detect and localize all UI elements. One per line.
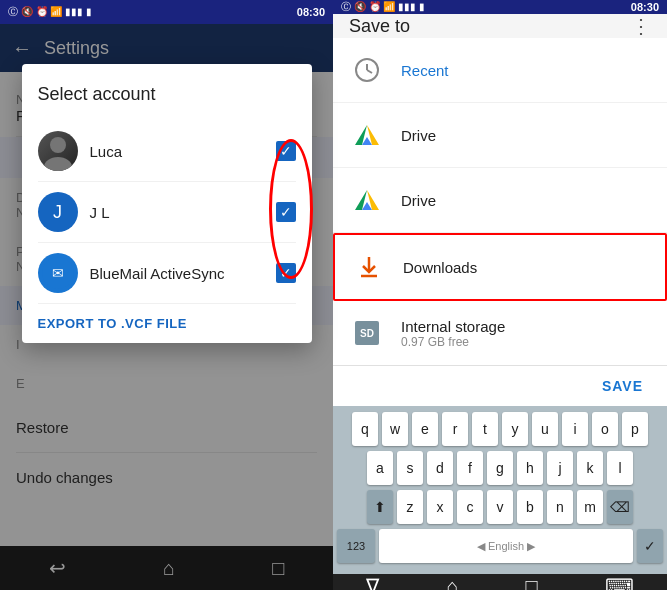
status-bar-right: Ⓒ 🔇 ⏰ 📶 ▮▮▮ ▮ 08:30 bbox=[333, 0, 667, 14]
select-account-dialog: Select account Luca ✓ bbox=[22, 64, 312, 343]
time-right: 08:30 bbox=[631, 1, 659, 13]
key-o[interactable]: o bbox=[592, 412, 618, 446]
key-z[interactable]: z bbox=[397, 490, 423, 524]
file-item-drive2[interactable]: Drive bbox=[333, 168, 667, 233]
file-item-recent-text: Recent bbox=[401, 62, 651, 79]
right-panel: Ⓒ 🔇 ⏰ 📶 ▮▮▮ ▮ 08:30 Save to ⋮ Recent bbox=[333, 0, 667, 590]
key-k[interactable]: k bbox=[577, 451, 603, 485]
checkbox-luca[interactable]: ✓ bbox=[276, 141, 296, 161]
key-v[interactable]: v bbox=[487, 490, 513, 524]
shift-key[interactable]: ⬆ bbox=[367, 490, 393, 524]
export-button[interactable]: EXPORT TO .VCF FILE bbox=[38, 316, 187, 331]
check-icon-luca: ✓ bbox=[280, 143, 292, 159]
check-icon-jl: ✓ bbox=[280, 204, 292, 220]
file-item-drive1[interactable]: Drive bbox=[333, 103, 667, 168]
avatar-letter-jl: J bbox=[53, 202, 62, 223]
status-icons-left: Ⓒ 🔇 ⏰ 📶 ▮▮▮ ▮ bbox=[8, 5, 92, 19]
recent-label: Recent bbox=[401, 62, 651, 79]
avatar-img-luca bbox=[38, 131, 78, 171]
checkbox-jl[interactable]: ✓ bbox=[276, 202, 296, 222]
internal-sub: 0.97 GB free bbox=[401, 335, 651, 349]
key-w[interactable]: w bbox=[382, 412, 408, 446]
key-c[interactable]: c bbox=[457, 490, 483, 524]
account-row-bluemail[interactable]: ✉ BlueMail ActiveSync ✓ bbox=[38, 243, 296, 304]
status-bar-left: Ⓒ 🔇 ⏰ 📶 ▮▮▮ ▮ 08:30 bbox=[0, 0, 333, 24]
key-q[interactable]: q bbox=[352, 412, 378, 446]
status-icons-right: Ⓒ 🔇 ⏰ 📶 ▮▮▮ ▮ bbox=[341, 0, 425, 14]
key-l[interactable]: l bbox=[607, 451, 633, 485]
account-name-luca: Luca bbox=[90, 143, 276, 160]
svg-point-1 bbox=[44, 157, 72, 171]
num-key[interactable]: 123 bbox=[337, 529, 375, 563]
account-row-jl[interactable]: J J L ✓ bbox=[38, 182, 296, 243]
save-button[interactable]: SAVE bbox=[594, 374, 651, 398]
key-t[interactable]: t bbox=[472, 412, 498, 446]
key-x[interactable]: x bbox=[427, 490, 453, 524]
keyboard-row-2: a s d f g h j k l bbox=[337, 451, 663, 485]
key-n[interactable]: n bbox=[547, 490, 573, 524]
svg-point-0 bbox=[50, 137, 66, 153]
file-list: Recent Drive bbox=[333, 38, 667, 365]
file-item-downloads[interactable]: Downloads bbox=[333, 233, 667, 301]
key-f[interactable]: f bbox=[457, 451, 483, 485]
key-e[interactable]: e bbox=[412, 412, 438, 446]
down-arrow-icon[interactable]: ∇ bbox=[366, 574, 379, 590]
space-key[interactable]: ◀ English ▶ bbox=[379, 529, 633, 563]
account-name-jl: J L bbox=[90, 204, 276, 221]
clock-icon bbox=[349, 52, 385, 88]
bottom-nav-right: ∇ ⌂ □ ⌨ bbox=[333, 574, 667, 590]
key-h[interactable]: h bbox=[517, 451, 543, 485]
save-to-title: Save to bbox=[349, 16, 410, 37]
home-icon-right[interactable]: ⌂ bbox=[446, 575, 458, 591]
key-j[interactable]: j bbox=[547, 451, 573, 485]
sd-card-icon: SD bbox=[355, 321, 379, 345]
avatar-luca bbox=[38, 131, 78, 171]
enter-key[interactable]: ✓ bbox=[637, 529, 663, 563]
key-d[interactable]: d bbox=[427, 451, 453, 485]
dialog-title: Select account bbox=[38, 84, 296, 105]
download-icon bbox=[351, 249, 387, 285]
dialog-overlay: Select account Luca ✓ bbox=[0, 24, 333, 590]
key-b[interactable]: b bbox=[517, 490, 543, 524]
internal-label: Internal storage bbox=[401, 318, 651, 335]
avatar-bluemail: ✉ bbox=[38, 253, 78, 293]
file-item-internal-text: Internal storage 0.97 GB free bbox=[401, 318, 651, 349]
keyboard-row-3: ⬆ z x c v b n m ⌫ bbox=[337, 490, 663, 524]
dialog-actions: EXPORT TO .VCF FILE bbox=[38, 304, 296, 343]
svg-line-4 bbox=[367, 70, 372, 73]
more-icon[interactable]: ⋮ bbox=[631, 14, 651, 38]
left-panel: Ⓒ 🔇 ⏰ 📶 ▮▮▮ ▮ 08:30 ← Settings Name form… bbox=[0, 0, 333, 590]
keyboard: q w e r t y u i o p a s d f g h j k l ⬆ … bbox=[333, 406, 667, 574]
key-y[interactable]: y bbox=[502, 412, 528, 446]
check-icon-bluemail: ✓ bbox=[280, 265, 292, 281]
keyboard-row-4: 123 ◀ English ▶ ✓ bbox=[337, 529, 663, 563]
avatar-jl: J bbox=[38, 192, 78, 232]
account-name-bluemail: BlueMail ActiveSync bbox=[90, 265, 276, 282]
sd-icon: SD bbox=[349, 315, 385, 351]
key-m[interactable]: m bbox=[577, 490, 603, 524]
downloads-label: Downloads bbox=[403, 259, 649, 276]
key-i[interactable]: i bbox=[562, 412, 588, 446]
file-item-recent[interactable]: Recent bbox=[333, 38, 667, 103]
drive1-label: Drive bbox=[401, 127, 651, 144]
drive-icon-1 bbox=[349, 117, 385, 153]
drive-icon-2 bbox=[349, 182, 385, 218]
save-to-toolbar: Save to ⋮ bbox=[333, 14, 667, 38]
time-left: 08:30 bbox=[297, 6, 325, 18]
key-p[interactable]: p bbox=[622, 412, 648, 446]
key-u[interactable]: u bbox=[532, 412, 558, 446]
key-a[interactable]: a bbox=[367, 451, 393, 485]
key-s[interactable]: s bbox=[397, 451, 423, 485]
account-row-luca[interactable]: Luca ✓ bbox=[38, 121, 296, 182]
file-item-internal[interactable]: SD Internal storage 0.97 GB free bbox=[333, 301, 667, 365]
keyboard-icon[interactable]: ⌨ bbox=[605, 574, 634, 590]
key-g[interactable]: g bbox=[487, 451, 513, 485]
keyboard-row-1: q w e r t y u i o p bbox=[337, 412, 663, 446]
checkbox-bluemail[interactable]: ✓ bbox=[276, 263, 296, 283]
key-r[interactable]: r bbox=[442, 412, 468, 446]
file-item-drive1-text: Drive bbox=[401, 127, 651, 144]
recents-icon-right[interactable]: □ bbox=[525, 575, 537, 591]
save-button-area: SAVE bbox=[333, 365, 667, 406]
delete-key[interactable]: ⌫ bbox=[607, 490, 633, 524]
drive2-label: Drive bbox=[401, 192, 651, 209]
